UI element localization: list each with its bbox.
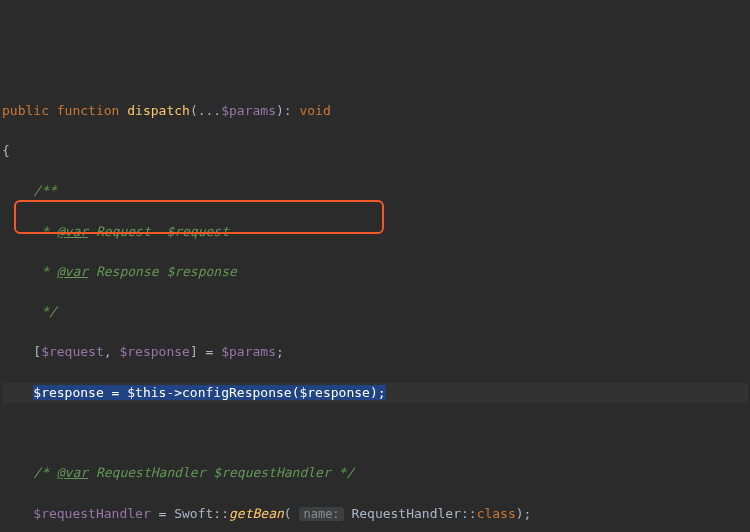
code-line: * @var Request $request [2,222,748,242]
code-line: { [2,141,748,161]
code-line: $requestHandler = Swoft::getBean( name: … [2,504,748,524]
highlighted-line: $response = $this->configResponse($respo… [2,383,748,403]
code-line: * @var Response $response [2,262,748,282]
code-line: public function dispatch(...$params): vo… [2,101,748,121]
code-line: /* @var RequestHandler $requestHandler *… [2,463,748,483]
code-line: [$request, $response] = $params; [2,342,748,362]
parameter-hint: name: [299,507,343,521]
code-line: */ [2,302,748,322]
code-editor[interactable]: public function dispatch(...$params): vo… [0,81,748,532]
code-line [2,423,748,443]
code-line: /** [2,181,748,201]
